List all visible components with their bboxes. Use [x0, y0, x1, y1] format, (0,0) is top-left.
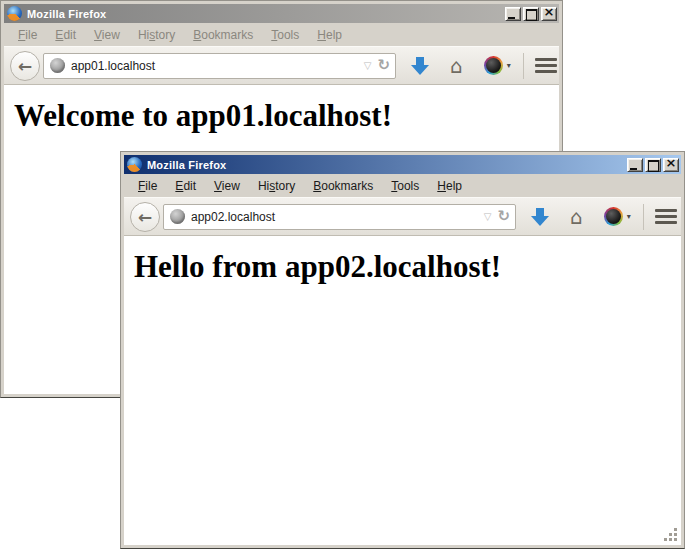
toolbar-separator [523, 53, 524, 79]
resize-grip[interactable] [664, 528, 678, 542]
url-dropdown-icon[interactable]: ▽ [484, 211, 492, 222]
downloads-icon[interactable] [531, 208, 549, 226]
window-controls: × [627, 158, 679, 172]
menu-item-edit[interactable]: Edit [46, 26, 85, 44]
window-controls: × [505, 7, 557, 21]
search-caret-icon[interactable]: ▾ [627, 212, 631, 221]
url-input[interactable]: app02.localhost [191, 210, 478, 224]
close-button[interactable]: × [663, 158, 679, 172]
reload-icon[interactable]: ↻ [377, 58, 390, 73]
page-content: Hello from app02.localhost! [124, 236, 681, 545]
menu-item-edit[interactable]: Edit [166, 177, 205, 195]
home-icon[interactable]: ⌂ [570, 207, 583, 227]
titlebar[interactable]: Mozilla Firefox × [4, 4, 559, 23]
menu-item-tools[interactable]: Tools [382, 177, 428, 195]
minimize-button[interactable] [627, 158, 643, 172]
menu-item-history[interactable]: History [249, 177, 304, 195]
menu-item-bookmarks[interactable]: Bookmarks [304, 177, 382, 195]
menu-item-file[interactable]: File [129, 177, 166, 195]
url-input[interactable]: app01.localhost [71, 59, 358, 73]
url-dropdown-icon[interactable]: ▽ [364, 60, 372, 71]
maximize-button[interactable] [645, 158, 661, 172]
maximize-button[interactable] [523, 7, 539, 21]
menu-item-bookmarks[interactable]: Bookmarks [184, 26, 262, 44]
firefox-icon [7, 6, 22, 21]
titlebar[interactable]: Mozilla Firefox × [124, 155, 681, 174]
menu-bar: FileEditViewHistoryBookmarksToolsHelp [4, 23, 559, 46]
menu-item-help[interactable]: Help [308, 26, 351, 44]
menu-hamburger-icon[interactable] [655, 209, 677, 224]
close-button[interactable]: × [541, 7, 557, 21]
menu-item-help[interactable]: Help [428, 177, 471, 195]
downloads-icon[interactable] [411, 57, 429, 75]
reload-icon[interactable]: ↻ [497, 209, 510, 224]
minimize-button[interactable] [505, 7, 521, 21]
home-icon[interactable]: ⌂ [450, 56, 463, 76]
back-button[interactable]: ← [10, 51, 40, 81]
menu-bar: FileEditViewHistoryBookmarksToolsHelp [124, 174, 681, 197]
site-globe-icon [50, 58, 65, 73]
page-heading: Hello from app02.localhost! [134, 249, 681, 285]
firefox-icon [127, 157, 142, 172]
browser-window-app02[interactable]: Mozilla Firefox × FileEditViewHistoryBoo… [120, 151, 685, 549]
menu-item-history[interactable]: History [129, 26, 184, 44]
menu-item-view[interactable]: View [205, 177, 249, 195]
search-caret-icon[interactable]: ▾ [507, 61, 511, 70]
back-button[interactable]: ← [130, 202, 160, 232]
navigation-toolbar: ← app02.localhost ▽ ↻ ⌂ ▾ [124, 197, 681, 236]
menu-hamburger-icon[interactable] [535, 58, 557, 73]
search-engine-icon[interactable] [484, 56, 503, 75]
window-title: Mozilla Firefox [26, 8, 501, 20]
navigation-toolbar: ← app01.localhost ▽ ↻ ⌂ ▾ [4, 46, 559, 85]
url-bar[interactable]: app01.localhost ▽ ↻ [43, 53, 396, 79]
page-heading: Welcome to app01.localhost! [14, 98, 559, 134]
menu-item-view[interactable]: View [85, 26, 129, 44]
window-title: Mozilla Firefox [146, 159, 623, 171]
menu-item-file[interactable]: File [9, 26, 46, 44]
search-engine-icon[interactable] [604, 207, 623, 226]
url-bar[interactable]: app02.localhost ▽ ↻ [163, 204, 516, 230]
toolbar-separator [643, 204, 644, 230]
site-globe-icon [170, 209, 185, 224]
menu-item-tools[interactable]: Tools [262, 26, 308, 44]
